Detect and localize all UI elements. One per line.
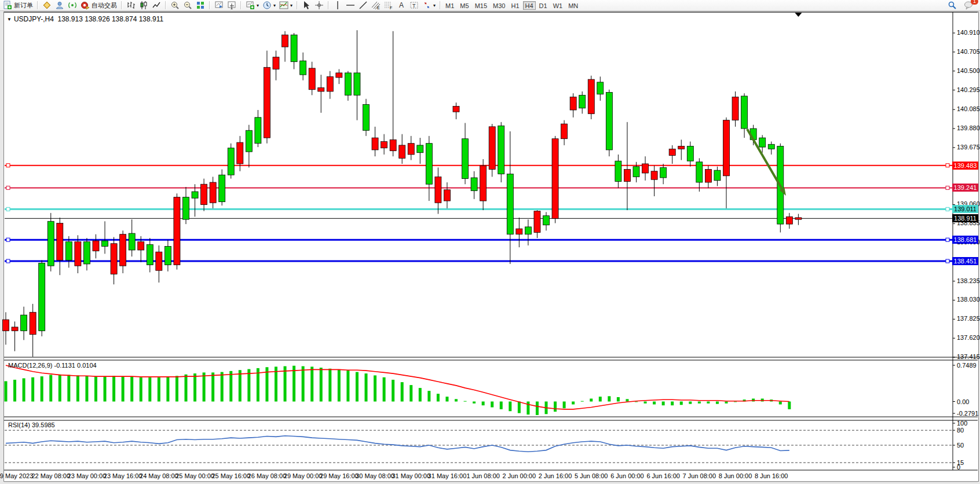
text-tool-button[interactable]: A xyxy=(395,1,408,10)
chart-title[interactable]: ▼USDJPY-,H4 138.913 138.926 138.874 138.… xyxy=(7,15,163,23)
timeframe-button-mn[interactable]: MN xyxy=(566,1,580,10)
price-badge: 138.451 xyxy=(952,257,978,265)
time-axis-label: 26 May 08:00 xyxy=(248,472,287,479)
line-endpoint-marker xyxy=(946,259,949,263)
timeframe-button-m5[interactable]: M5 xyxy=(458,1,471,10)
macd-histogram-bar xyxy=(130,377,133,402)
chat-notifications-button[interactable]: 1 xyxy=(962,1,975,10)
new-order-button[interactable]: 新订单 xyxy=(1,1,35,10)
rsi-axis-label: 50 xyxy=(957,442,964,449)
vertical-line-tool-button[interactable] xyxy=(331,1,344,10)
data-window-button[interactable] xyxy=(225,1,238,10)
toolbar-separator xyxy=(328,1,329,9)
candle xyxy=(615,161,621,181)
timeframe-button-m15[interactable]: M15 xyxy=(473,1,489,10)
time-axis-label: 19 May 2023 xyxy=(0,472,33,479)
navigator-button[interactable] xyxy=(213,1,225,10)
timeframe-button-h1[interactable]: H1 xyxy=(509,1,521,10)
candle xyxy=(381,141,387,148)
tile-windows-button[interactable] xyxy=(194,1,207,10)
arrow-objects-button[interactable]: ▾ xyxy=(420,1,437,10)
new-chart-button[interactable]: ▾ xyxy=(244,1,261,10)
candle xyxy=(156,252,162,270)
periods-button[interactable]: ▾ xyxy=(261,1,277,10)
auto-trading-button[interactable]: 自动交易 xyxy=(79,1,119,10)
price-axis-label: 137.620 xyxy=(957,334,980,341)
line-chart-button[interactable] xyxy=(150,1,163,10)
candle xyxy=(327,76,333,91)
chart-shift-triangle-icon[interactable] xyxy=(795,13,802,17)
price-axis-label: 140.500 xyxy=(957,67,980,74)
candle xyxy=(795,218,802,219)
macd-histogram-bar xyxy=(689,402,692,404)
line-endpoint-marker xyxy=(6,186,10,189)
time-axis-label: 25 May 00:00 xyxy=(175,472,214,479)
timeframe-button-w1[interactable]: W1 xyxy=(551,1,565,10)
macd-histogram-bar xyxy=(346,371,349,401)
time-axis-label: 31 May 16:00 xyxy=(428,472,467,479)
gold-button[interactable] xyxy=(41,1,53,10)
price-axis-label: 138.235 xyxy=(957,277,980,284)
crosshair-tool-button[interactable] xyxy=(313,1,326,10)
timeframe-button-d1[interactable]: D1 xyxy=(537,1,550,10)
zoom-in-button[interactable] xyxy=(169,1,181,10)
candle xyxy=(426,144,432,185)
macd-histogram-bar xyxy=(365,373,368,401)
time-axis-label: 2 Jun 16:00 xyxy=(539,472,572,479)
equidistant-channel-tool-button[interactable]: E xyxy=(370,1,382,10)
macd-histogram-bar xyxy=(761,398,764,401)
timeframe-button-m30[interactable]: M30 xyxy=(491,1,507,10)
search-icon xyxy=(948,1,957,10)
indicators-button[interactable]: ▾ xyxy=(277,1,294,10)
toolbar-separator xyxy=(37,1,38,9)
macd-histogram-bar xyxy=(419,388,422,401)
candle xyxy=(651,171,657,179)
macd-histogram-bar xyxy=(166,377,169,402)
price-badge: 139.483 xyxy=(952,162,978,170)
fibonacci-tool-button[interactable]: F xyxy=(382,1,395,10)
candle xyxy=(696,162,703,182)
bar-chart-button[interactable] xyxy=(125,1,137,10)
notification-badge: 1 xyxy=(971,0,978,5)
search-button[interactable] xyxy=(946,1,959,10)
rsi-name: RSI(14) xyxy=(8,421,30,428)
rsi-axis-label: 0 xyxy=(957,464,960,471)
horizontal-line-tool-button[interactable] xyxy=(344,1,357,10)
candle xyxy=(65,242,72,261)
candle xyxy=(183,197,189,219)
svg-text:E: E xyxy=(377,6,380,10)
gold-icon xyxy=(42,1,52,10)
new-order-label: 新订单 xyxy=(14,1,33,10)
macd-histogram-bar xyxy=(482,402,485,406)
dropdown-caret: ▾ xyxy=(433,3,436,8)
price-axis-label: 140.910 xyxy=(957,29,980,36)
dropdown-caret: ▾ xyxy=(257,3,259,8)
zoom-out-button[interactable] xyxy=(181,1,194,10)
text-label-tool-button[interactable]: T xyxy=(408,1,420,10)
macd-histogram-bar xyxy=(392,380,394,402)
candle xyxy=(3,320,9,331)
macd-histogram-bar xyxy=(779,402,782,405)
signal-button[interactable] xyxy=(66,1,79,10)
navigator-icon xyxy=(214,1,224,10)
candle xyxy=(471,178,477,190)
candle xyxy=(444,190,450,201)
timeframe-button-m1[interactable]: M1 xyxy=(443,1,456,10)
macd-histogram-bar xyxy=(239,370,242,401)
cursor-tool-button[interactable] xyxy=(300,1,313,10)
trendline-tool-button[interactable] xyxy=(357,1,370,10)
text-icon: A xyxy=(397,1,406,10)
macd-histogram-bar xyxy=(599,397,602,401)
candle xyxy=(237,142,243,164)
macd-histogram-bar xyxy=(5,381,8,401)
community-button[interactable] xyxy=(53,1,66,10)
time-axis-label: 30 May 08:00 xyxy=(356,472,394,479)
macd-histogram-bar xyxy=(437,394,440,401)
time-axis-label: 23 May 00:00 xyxy=(68,472,107,479)
timeframe-button-h4[interactable]: H4 xyxy=(523,1,536,10)
arrow-objects-icon xyxy=(422,1,432,10)
macd-indicator-label: MACD(12,26,9) -0.1131 0.0104 xyxy=(8,362,97,369)
dropdown-caret: ▾ xyxy=(290,3,292,8)
candlestick-chart-button[interactable] xyxy=(137,1,150,10)
macd-histogram-bar xyxy=(383,377,386,402)
